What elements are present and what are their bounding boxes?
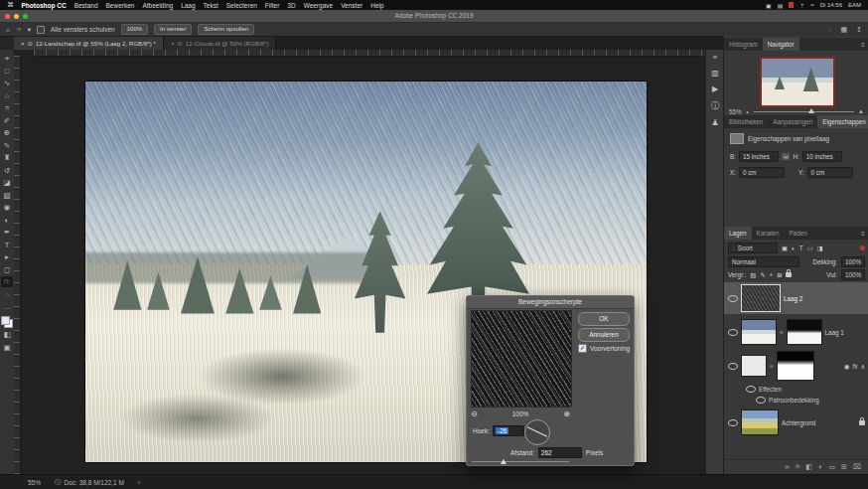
brush-tool[interactable]: ✎ [1, 140, 13, 151]
menubar-clock[interactable]: Di 14:56 [820, 2, 842, 8]
tab-bibliotheken[interactable]: Bibliotheken [724, 115, 768, 128]
screen-mode-icon[interactable]: ▣ [1, 342, 13, 353]
filter-shape-icon[interactable]: ▭ [807, 244, 813, 251]
navigator-zoom-thumb[interactable] [808, 108, 814, 113]
angle-input[interactable]: -26 [493, 425, 524, 436]
filter-type-icon[interactable]: T [799, 244, 803, 251]
layer-thumbnail[interactable] [741, 319, 777, 345]
layer-name[interactable]: Laag 2 [784, 295, 802, 302]
eyedropper-tool[interactable]: ✐ [1, 115, 13, 126]
move-tool[interactable]: ⌖ [1, 53, 13, 64]
layer-style-icon[interactable]: fx [796, 463, 800, 471]
zoom-tool[interactable]: ◌ [1, 289, 13, 300]
layer-mask-thumbnail[interactable] [777, 351, 814, 381]
workspace-icon[interactable]: ▦ [841, 26, 848, 34]
tab-navigator[interactable]: Navigator [763, 38, 799, 51]
navigator-zoom-value[interactable]: 55% [729, 108, 742, 115]
actions-icon[interactable]: ▶ [712, 84, 718, 93]
quick-selection-tool[interactable]: ☆ [1, 90, 13, 101]
status-zoom-field[interactable]: 55% [28, 479, 41, 486]
filter-toggle-icon[interactable] [860, 245, 865, 250]
close-tab-icon[interactable]: × [21, 40, 25, 47]
layer-row-laag1[interactable]: ∞ Laag 1 [724, 316, 868, 348]
layer-name[interactable]: Laag 1 [825, 329, 844, 336]
tab-eigenschappen[interactable]: Eigenschappen [817, 115, 868, 128]
layer-thumbnail[interactable] [741, 409, 779, 435]
new-layer-icon[interactable]: ⊞ [841, 463, 847, 471]
fill-screen-button[interactable]: Scherm opvullen [198, 24, 254, 35]
zoom-100-button[interactable]: 100% [121, 24, 148, 35]
hand-tool-icon[interactable]: ☞ [16, 26, 22, 34]
layer-thumbnail[interactable] [741, 355, 767, 377]
menu-afbeelding[interactable]: Afbeelding [142, 2, 173, 9]
menu-help[interactable]: Help [370, 2, 383, 9]
zoom-out-small-icon[interactable]: ▲ [746, 109, 750, 114]
lock-transparent-icon[interactable]: ▨ [750, 271, 756, 278]
libraries-icon[interactable]: ♟ [711, 118, 718, 127]
filter-pixel-icon[interactable]: ▣ [782, 244, 788, 251]
menu-bestand[interactable]: Bestand [74, 2, 98, 9]
ok-button[interactable]: OK [578, 312, 630, 326]
effects-row[interactable]: Effecten [724, 384, 868, 394]
blur-tool[interactable]: ◉ [1, 202, 13, 213]
menu-bewerken[interactable]: Bewerken [106, 2, 135, 9]
visibility-eye-icon[interactable] [728, 295, 738, 302]
link-dimensions-icon[interactable]: ∞ [782, 153, 791, 160]
panel-menu-icon[interactable]: ≡ [857, 227, 868, 240]
distance-input[interactable]: 262 [538, 447, 582, 458]
lock-artboard-icon[interactable]: ⊞ [777, 271, 782, 278]
more-tools-icon[interactable]: … [1, 301, 13, 312]
record-badge-icon[interactable] [789, 2, 794, 8]
blur-preview[interactable] [471, 310, 572, 408]
upload-icon[interactable]: ⇡ [799, 2, 804, 9]
width-field[interactable]: 15 inches [739, 151, 779, 162]
layer-mask-icon[interactable]: ◧ [806, 463, 813, 471]
video-icon[interactable]: ▣ [766, 2, 772, 9]
angle-dial[interactable] [524, 419, 550, 445]
foreground-color-swatch[interactable] [1, 316, 10, 325]
tab-histogram[interactable]: Histogram [724, 38, 763, 51]
lock-all-icon[interactable] [786, 272, 792, 277]
delete-layer-icon[interactable]: ⌧ [853, 463, 861, 471]
layer-name[interactable]: Achtergrond [782, 419, 815, 426]
share-icon[interactable]: ↥ [856, 26, 862, 34]
apple-menu-icon[interactable]: ⌘ [7, 1, 14, 9]
layer-filter-select[interactable]: ◌ Soort [728, 243, 778, 253]
display-icon[interactable]: ▤ [778, 2, 784, 9]
preview-checkbox[interactable]: ✓ [578, 344, 587, 353]
wifi-icon[interactable]: ≈ [810, 2, 813, 8]
zoom-in-large-icon[interactable]: ▲ [858, 108, 864, 114]
zoom-out-icon[interactable]: ⊖ [471, 409, 478, 418]
tab-aanpassingen[interactable]: Aanpassingen [768, 115, 817, 128]
collapse-fx-icon[interactable]: ∧ [860, 363, 865, 370]
visibility-eye-icon[interactable] [746, 386, 756, 393]
search-icon[interactable]: ◌ [827, 26, 831, 34]
filter-adjustment-icon[interactable]: ◐ [792, 244, 796, 251]
filter-smart-icon[interactable]: ◨ [817, 244, 823, 251]
layer-mask-thumbnail[interactable] [787, 319, 822, 345]
layer-row-pattern[interactable]: ∞ ◉ fx ∧ [724, 350, 868, 382]
visibility-eye-icon[interactable] [728, 363, 738, 370]
doc-tab-clouds[interactable]: × ⊙ 12-Clouds.tif @ 50% (RGB/8*) [164, 37, 276, 50]
status-caret-icon[interactable]: › [138, 479, 140, 486]
tab-lagen[interactable]: Lagen [724, 227, 752, 240]
y-field[interactable]: 0 cm [807, 167, 853, 178]
tab-kanalen[interactable]: Kanalen [752, 227, 785, 240]
blend-mode-select[interactable]: Normaal [728, 256, 799, 267]
eraser-tool[interactable]: ◪ [1, 177, 13, 188]
navigator-zoom-slider[interactable] [754, 111, 854, 112]
clone-stamp-tool[interactable]: ♜ [1, 152, 13, 163]
distance-slider[interactable] [472, 461, 569, 462]
gradient-tool[interactable]: ▧ [1, 190, 13, 201]
layer-row-laag2[interactable]: Laag 2 [724, 282, 868, 314]
menu-weergave[interactable]: Weergave [304, 2, 334, 9]
visibility-eye-icon[interactable] [728, 419, 738, 426]
mask-link-icon[interactable]: ∞ [770, 363, 774, 369]
pen-tool[interactable]: ✒ [1, 227, 13, 238]
scroll-all-windows-checkbox[interactable] [37, 26, 45, 34]
doc-tab-landschap[interactable]: × ⊙ 12-Landschap.tif @ 55% (Laag 2, RGB/… [14, 37, 164, 50]
layer-group-icon[interactable]: ▭ [828, 463, 835, 471]
dodge-tool[interactable]: ◐ [1, 215, 13, 226]
marquee-tool[interactable]: □ [1, 66, 13, 77]
opacity-field[interactable]: 100% [841, 256, 865, 267]
